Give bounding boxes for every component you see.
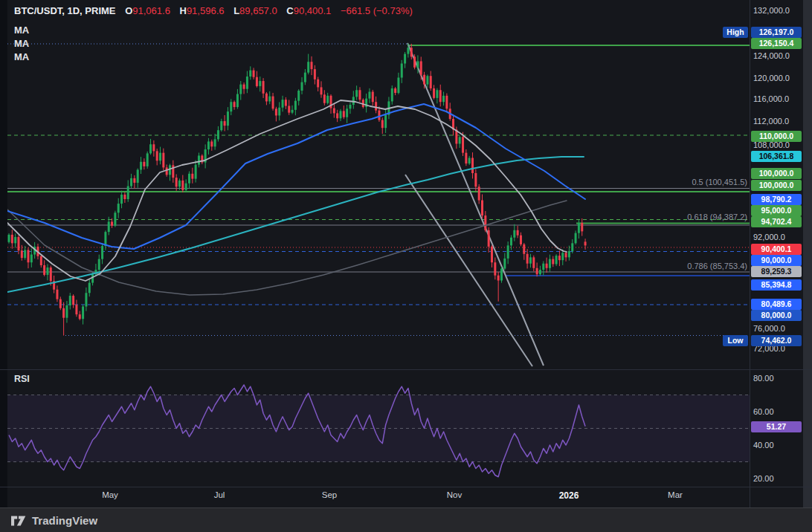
low-label: L: [233, 5, 239, 16]
rsi-pane[interactable]: [7, 385, 750, 477]
rsi-value-badge: 51.27: [751, 421, 802, 432]
price-badge: 80,489.6: [751, 299, 802, 310]
price-axis-label: 120,000.0: [753, 73, 802, 83]
candlestick-series[interactable]: [8, 43, 587, 335]
open-label: O: [125, 5, 132, 16]
rsi-axis-label: 40.00: [753, 440, 802, 450]
price-pane[interactable]: [7, 43, 750, 366]
time-axis-label-2026[interactable]: 2026: [547, 490, 591, 501]
price-badge: 90,400.1: [751, 244, 802, 255]
fib-level-label: 0.5 (100,451.5): [599, 178, 747, 186]
time-axis-label-jul[interactable]: Jul: [197, 490, 242, 499]
price-badge: 126,150.4: [751, 38, 802, 49]
price-axis-label: 112,000.0: [753, 116, 802, 126]
time-axis-label-may[interactable]: May: [88, 490, 132, 499]
ma-legend-row-3[interactable]: MA: [14, 51, 29, 64]
ma-legend: MA MA MA: [14, 24, 29, 64]
rsi-axis-label: 80.00: [753, 373, 802, 383]
time-axis-label-nov[interactable]: Nov: [432, 490, 477, 499]
price-axis-label: 124,000.0: [753, 51, 802, 61]
price-badge: 80,000.0: [751, 310, 802, 321]
downtrend-line-lower[interactable]: [405, 175, 532, 366]
footer-bar: TradingView: [0, 507, 812, 532]
change-value: −661.5 (−0.73%): [341, 5, 413, 16]
fib-level-label: 0.618 (94,387.2): [599, 213, 747, 221]
tradingview-brand-link[interactable]: TradingView: [32, 514, 97, 527]
price-badge: 106,361.8: [751, 151, 802, 162]
time-axis-label-mar[interactable]: Mar: [653, 490, 697, 499]
price-badge: 100,000.0: [751, 180, 802, 191]
low-marker-badge: Low: [723, 335, 748, 346]
high-marker-badge: High: [723, 27, 748, 38]
price-axis-label: 76,000.0: [753, 323, 802, 334]
tradingview-chart-window: BTC/USDT, 1D, PRIME O91,061.6 H91,596.6 …: [0, 0, 812, 532]
time-axis-label-sep[interactable]: Sep: [307, 490, 352, 499]
downtrend-line-upper[interactable]: [407, 43, 544, 366]
price-badge: 98,790.2: [751, 194, 802, 205]
symbol-title[interactable]: BTC/USDT, 1D, PRIME: [14, 5, 116, 16]
price-badge: 94,702.4: [751, 216, 802, 227]
high-value: 91,596.6: [187, 5, 225, 16]
price-badge: 95,000.0: [751, 205, 802, 216]
price-badge: 74,462.0: [751, 335, 802, 346]
rsi-axis-label: 20.00: [753, 473, 802, 484]
fib-level-label: 0.786 (85,753.4): [599, 262, 747, 270]
price-badge: 85,394.8: [751, 279, 802, 291]
price-axis-label: 132,000.0: [753, 5, 802, 16]
price-badge: 90,000.0: [751, 255, 802, 266]
price-badge: 100,000.0: [751, 168, 802, 179]
price-axis-label: 116,000.0: [753, 94, 802, 104]
rsi-indicator-label[interactable]: RSI: [14, 374, 30, 384]
high-label: H: [180, 5, 187, 16]
close-label: C: [286, 5, 293, 16]
low-value: 89,657.0: [239, 5, 277, 16]
open-value: 91,061.6: [132, 5, 170, 16]
price-axis-label: 92,000.0: [753, 232, 802, 242]
ma-legend-row-2[interactable]: MA: [14, 37, 29, 51]
close-value: 90,400.1: [294, 5, 332, 16]
main-chart-canvas[interactable]: [0, 0, 812, 507]
price-badge: 126,197.0: [751, 27, 802, 38]
symbol-legend: BTC/USDT, 1D, PRIME O91,061.6 H91,596.6 …: [14, 5, 413, 16]
ma-mid-blue[interactable]: [7, 104, 585, 249]
tradingview-logo-icon[interactable]: [10, 513, 26, 527]
price-badge: 110,000.0: [751, 131, 802, 142]
price-badge: 89,259.3: [751, 266, 802, 277]
ma-legend-row-1[interactable]: MA: [14, 24, 29, 37]
rsi-axis-label: 60.00: [753, 406, 802, 417]
ma-fast-gray[interactable]: [7, 100, 567, 281]
